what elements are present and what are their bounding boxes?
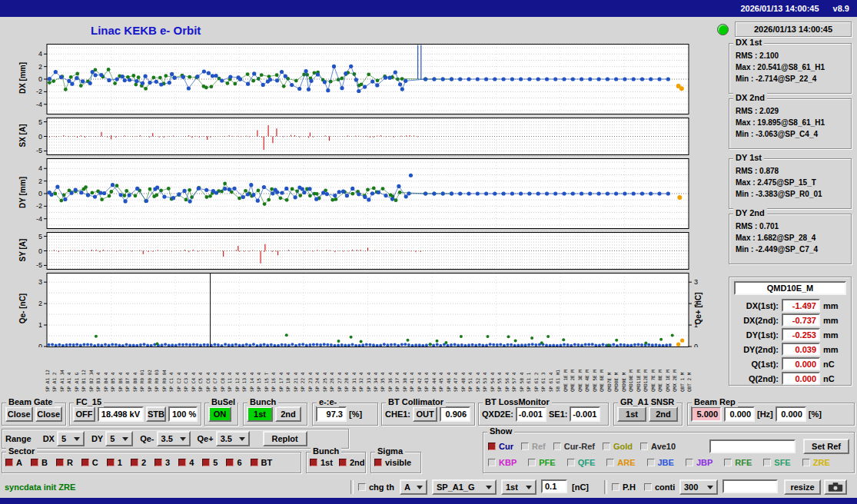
- fc15-stb-button[interactable]: STB: [146, 406, 166, 422]
- mode-value: A: [404, 482, 410, 492]
- show-checkbox-sfe[interactable]: SFE: [763, 458, 790, 467]
- sector-checkbox-r[interactable]: R: [56, 458, 73, 467]
- show-checkbox-gold[interactable]: Gold: [603, 442, 633, 451]
- camera-icon: [828, 482, 843, 492]
- sector-checkbox-1[interactable]: 1: [107, 458, 122, 467]
- fc15-percent-display: 100 %: [168, 406, 198, 422]
- sector-checkbox-bt[interactable]: BT: [251, 458, 273, 467]
- checkbox-indicator: [521, 443, 529, 450]
- se1-value-display: -0.001: [570, 406, 600, 422]
- qmd-row: DX(2nd):-0.737mm: [729, 313, 851, 327]
- gr-a1-2nd-button[interactable]: 2nd: [649, 406, 678, 422]
- bpm-name-label: SP_22_4: [300, 347, 305, 392]
- aux-input[interactable]: [722, 479, 778, 493]
- bunch-dropdown[interactable]: 1st: [501, 479, 536, 495]
- sector-checkbox-3[interactable]: 3: [154, 458, 170, 467]
- show-checkbox-zre[interactable]: ZRE: [802, 458, 830, 467]
- range-qe-plus-dropdown[interactable]: 3.5: [216, 431, 250, 446]
- conti-checkbox[interactable]: conti: [644, 482, 675, 492]
- bunch-2nd-button[interactable]: 2nd: [275, 406, 301, 422]
- bunch-checkbox-2nd[interactable]: 2nd: [339, 458, 365, 467]
- bpm-name-label: SP_38_4: [402, 347, 407, 392]
- checkbox-label: QFE: [578, 458, 596, 467]
- qmd-row-value: 0.039: [782, 343, 820, 356]
- bpm-name-label: SP_12_4: [234, 347, 240, 392]
- resize-button[interactable]: resize: [784, 479, 821, 495]
- show-checkbox-cur[interactable]: Cur: [488, 442, 513, 451]
- group-fc15: FC_15 OFF 18.498 kV STB 100 %: [69, 403, 201, 426]
- checkbox-indicator: [528, 459, 536, 466]
- che1-out-button[interactable]: OUT: [413, 406, 437, 422]
- sigma-checkbox-visible[interactable]: visible: [374, 458, 411, 467]
- qmd-row-unit: mm: [823, 301, 839, 310]
- fc15-kv-display: 18.498 kV: [98, 406, 144, 422]
- svg-text:0: 0: [38, 75, 42, 83]
- beam-gate-close-button-2[interactable]: Close: [35, 406, 63, 422]
- stats-box-label: DY 1st: [733, 153, 764, 163]
- show-checkbox-qfe[interactable]: QFE: [567, 458, 596, 467]
- busel-on-button[interactable]: ON: [208, 406, 231, 422]
- bpm-name-label: SP_A1_2: [51, 347, 57, 392]
- bpm-name-label: QMD7E_M: [606, 347, 612, 392]
- sector-checkbox-a[interactable]: A: [5, 458, 22, 467]
- show-checkbox-cur-ref[interactable]: Cur-Ref: [553, 442, 595, 451]
- device-dropdown[interactable]: SP_A1_G: [432, 479, 497, 495]
- ph-checkbox[interactable]: P.H: [612, 482, 636, 492]
- show-checkbox-are[interactable]: ARE: [606, 458, 635, 467]
- plot-dy: 420-2-4: [30, 158, 689, 229]
- bpm-name-label: SP_11_4: [227, 347, 232, 392]
- checkbox-label: 2nd: [350, 458, 365, 467]
- range-qe-minus-dropdown[interactable]: 3.5: [157, 431, 191, 446]
- plot-charge: 33221100: [30, 273, 710, 347]
- replot-button[interactable]: Replot: [263, 431, 307, 446]
- show-checkbox-kbp[interactable]: KBP: [488, 458, 517, 467]
- sector-checkbox-4[interactable]: 4: [178, 458, 194, 467]
- svg-text:4: 4: [38, 164, 42, 172]
- gr-a1-1st-button[interactable]: 1st: [617, 406, 646, 422]
- plot-dx: 420-2-4: [30, 44, 689, 114]
- mode-dropdown[interactable]: A: [400, 479, 427, 495]
- sector-checkbox-6[interactable]: 6: [226, 458, 241, 467]
- show-checkbox-ref[interactable]: Ref: [521, 442, 546, 451]
- range-dx-dropdown[interactable]: 5: [57, 431, 85, 446]
- range-dy-dropdown[interactable]: 5: [105, 431, 133, 446]
- interval-dropdown[interactable]: 300: [679, 479, 718, 495]
- show-checkbox-jbe[interactable]: JBE: [647, 458, 674, 467]
- checkbox-indicator: [802, 459, 810, 466]
- stat-min: Min : -2.714@SP_22_4: [736, 73, 848, 85]
- checkbox-label: KBP: [499, 458, 517, 467]
- bpm-name-label: QBT_2_M: [686, 347, 692, 392]
- set-ref-button[interactable]: Set Ref: [803, 439, 849, 454]
- checkbox-indicator: [686, 459, 693, 466]
- group-label: BT Collimator: [386, 397, 446, 407]
- checkbox-label: Cur: [499, 442, 513, 451]
- sector-checkbox-2[interactable]: 2: [131, 458, 146, 467]
- svg-text:0: 0: [38, 247, 42, 255]
- qmd-row: DX(1st):-1.497mm: [729, 298, 851, 313]
- range-dx-label: DX: [43, 434, 55, 443]
- show-checkbox-pfe[interactable]: PFE: [528, 458, 555, 467]
- fc15-off-button[interactable]: OFF: [73, 406, 95, 422]
- group-bt-lossmonitor: BT LossMonitor QXD2E: -0.001 SE1: -0.001: [478, 403, 609, 426]
- bunch-1st-button[interactable]: 1st: [247, 406, 273, 422]
- qmd-row: DY(1st):-0.253mm: [729, 327, 851, 342]
- qmd-row-unit: mm: [823, 345, 839, 354]
- bunch-checkbox-1st[interactable]: 1st: [310, 458, 333, 467]
- show-checkbox-ave10[interactable]: Ave10: [640, 442, 676, 451]
- sector-checkbox-b[interactable]: B: [31, 458, 48, 467]
- bpm-name-label: SP_42_4: [417, 347, 422, 392]
- bpm-name-label: QME_7E_M: [650, 347, 656, 392]
- ref-name-input[interactable]: [709, 439, 796, 453]
- show-checkbox-rfe[interactable]: RFE: [724, 458, 752, 467]
- bpm-name-label: SP_C7_4: [212, 347, 218, 392]
- group-sigma: Sigma visible: [370, 452, 421, 473]
- screenshot-button[interactable]: [824, 479, 847, 495]
- beam-gate-close-button-1[interactable]: Close: [5, 406, 33, 422]
- sector-checkbox-5[interactable]: 5: [202, 458, 218, 467]
- sector-checkbox-c[interactable]: C: [81, 458, 98, 467]
- bpm-name-label: SP_56_4: [504, 347, 510, 392]
- threshold-input[interactable]: [541, 479, 567, 493]
- checkbox-label: 4: [189, 458, 194, 467]
- chg-th-checkbox[interactable]: chg th: [358, 482, 394, 492]
- show-checkbox-jbp[interactable]: JBP: [686, 458, 713, 467]
